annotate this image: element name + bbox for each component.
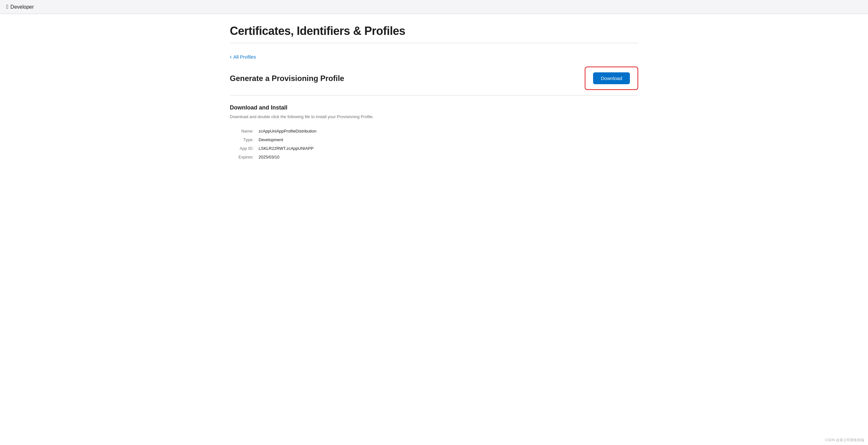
name-value: zcAppUniAppProfileDistribution bbox=[258, 127, 638, 136]
download-button[interactable]: Download bbox=[593, 72, 630, 84]
subsection-title: Download and Install bbox=[230, 105, 638, 111]
brand-label: Developer bbox=[10, 4, 34, 10]
profile-details: Name: zcAppUniAppProfileDistribution Typ… bbox=[230, 127, 638, 161]
section-title: Generate a Provisioning Profile bbox=[230, 74, 344, 83]
content-area: All Profiles Generate a Provisioning Pro… bbox=[230, 43, 638, 172]
expires-label: Expires: bbox=[230, 153, 258, 161]
section-header: Generate a Provisioning Profile Download bbox=[230, 67, 638, 95]
app-id-value: LSKLR22RWT.zcAppUNIAPP bbox=[258, 144, 638, 153]
all-profiles-link[interactable]: All Profiles bbox=[230, 54, 256, 60]
page-title: Certificates, Identifiers & Profiles bbox=[230, 24, 638, 38]
name-label: Name: bbox=[230, 127, 258, 136]
top-navigation:  Developer bbox=[0, 0, 868, 14]
apple-logo-icon:  bbox=[6, 3, 9, 10]
nav-logo[interactable]:  Developer bbox=[6, 3, 34, 10]
page-container: Certificates, Identifiers & Profiles All… bbox=[217, 14, 651, 172]
page-title-section: Certificates, Identifiers & Profiles bbox=[230, 14, 638, 43]
expires-value: 2025/03/10 bbox=[258, 153, 638, 161]
subsection-description: Download and double click the following … bbox=[230, 114, 638, 119]
app-id-label: App ID: bbox=[230, 144, 258, 153]
download-action-area: Download bbox=[585, 67, 638, 90]
type-value: Development bbox=[258, 136, 638, 144]
breadcrumb: All Profiles bbox=[230, 54, 638, 60]
download-install-section: Download and Install Download and double… bbox=[230, 105, 638, 161]
type-label: Type: bbox=[230, 136, 258, 144]
